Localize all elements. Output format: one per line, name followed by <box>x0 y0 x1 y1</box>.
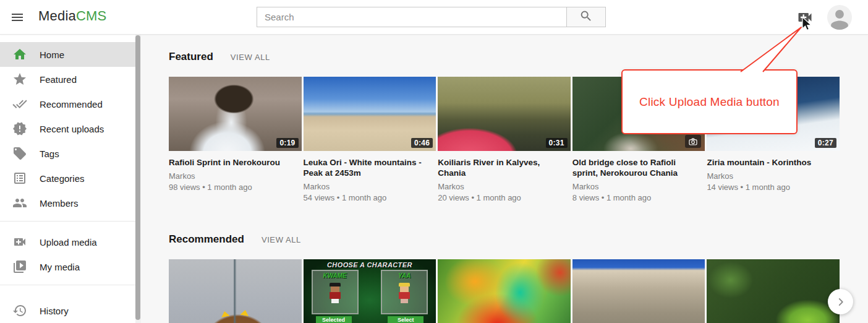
sidebar-scrollbar-thumb[interactable] <box>135 35 140 320</box>
sidebar-divider <box>0 221 135 222</box>
media-card[interactable]: CHOOSE A CHARACTER KWAME YAA <box>304 259 436 323</box>
media-author[interactable]: Markos <box>169 171 302 181</box>
sidebar-item-label: Recommended <box>40 99 103 110</box>
video-upload-icon <box>12 235 27 249</box>
game-character-sprite <box>330 283 341 303</box>
media-card[interactable] <box>572 259 705 323</box>
media-meta: 98 views • 1 month ago <box>169 183 302 192</box>
user-avatar[interactable] <box>827 5 852 30</box>
view-all-link[interactable]: VIEW ALL <box>262 235 301 244</box>
media-title[interactable]: Koiliaris River in Kalyves, Chania <box>438 157 571 178</box>
game-character-name: YAA <box>382 272 427 279</box>
tooltip-text: Click Upload Media button <box>639 95 780 109</box>
media-card[interactable] <box>438 259 571 323</box>
pumpkin-eye <box>220 311 230 318</box>
media-title[interactable]: Old bridge close to Rafioli sprint, Nero… <box>572 157 705 178</box>
camera-icon <box>685 135 701 148</box>
media-title[interactable]: Ziria mountain - Korinthos <box>707 157 840 168</box>
section-title: Featured <box>169 51 213 63</box>
new-releases-icon <box>12 121 27 136</box>
duration-badge: 0:19 <box>276 138 298 148</box>
sidebar-item-members[interactable]: Members <box>0 191 135 215</box>
sidebar-item-my-media[interactable]: My media <box>0 254 135 279</box>
tour-tooltip: Click Upload Media button <box>621 69 798 134</box>
media-author[interactable]: Markos <box>572 182 705 191</box>
view-all-link[interactable]: VIEW ALL <box>231 53 270 62</box>
video-thumbnail[interactable] <box>438 259 571 323</box>
sidebar-item-upload-media[interactable]: Upload media <box>0 230 135 254</box>
sidebar-item-label: Members <box>40 198 79 209</box>
star-icon <box>12 72 27 87</box>
logo-part-media: Media <box>38 8 76 24</box>
search-button[interactable] <box>567 7 606 27</box>
sidebar-item-recent-uploads[interactable]: Recent uploads <box>0 116 135 141</box>
video-thumbnail[interactable]: CHOOSE A CHARACTER KWAME YAA <box>304 259 436 323</box>
recommended-cards-row: CHOOSE A CHARACTER KWAME YAA <box>169 259 840 323</box>
media-card[interactable]: 0:31 Koiliaris River in Kalyves, Chania … <box>438 77 571 202</box>
video-thumbnail[interactable]: 0:31 <box>438 77 571 151</box>
mediacms-logo[interactable]: MediaCMS <box>38 8 106 24</box>
sidebar-item-categories[interactable]: Categories <box>0 166 135 191</box>
video-thumbnail[interactable] <box>572 259 705 323</box>
pumpkin-eye <box>240 309 249 316</box>
sidebar-item-history[interactable]: History <box>0 298 135 323</box>
sidebar-item-label: My media <box>40 262 80 272</box>
recommended-section: Recommended VIEW ALL CHOOSE A CHARACTER … <box>169 233 840 323</box>
media-title[interactable]: Leuka Ori - White mountains - Peak at 24… <box>304 157 436 178</box>
search-input[interactable] <box>257 7 567 27</box>
game-heading-text: CHOOSE A CHARACTER <box>304 261 436 269</box>
media-card[interactable] <box>707 259 840 323</box>
carousel-next-button[interactable] <box>828 289 853 314</box>
sidebar-item-label: Featured <box>40 74 77 85</box>
sidebar-scrollbar-track[interactable] <box>135 35 141 323</box>
media-title[interactable]: Rafioli Sprint in Nerokourou <box>169 157 302 168</box>
sidebar-item-label: Home <box>40 50 64 60</box>
video-thumbnail[interactable] <box>707 259 840 323</box>
categories-icon <box>12 171 27 186</box>
hamburger-menu-icon[interactable] <box>9 10 26 25</box>
game-character-panel: KWAME <box>312 270 359 314</box>
sidebar-item-label: Tags <box>40 149 59 159</box>
section-title: Recommended <box>169 233 244 246</box>
person-icon <box>827 5 852 30</box>
media-card[interactable]: 0:19 Rafioli Sprint in Nerokourou Markos… <box>169 77 302 202</box>
duration-badge: 0:27 <box>815 138 836 148</box>
sidebar: Home Featured Recommended Recent uploads… <box>0 35 135 323</box>
sidebar-item-label: Recent uploads <box>40 124 104 134</box>
sidebar-divider <box>0 285 135 285</box>
media-meta: 54 views • 1 month ago <box>304 193 436 202</box>
double-check-icon <box>12 97 27 111</box>
media-card[interactable] <box>169 259 302 323</box>
game-character-panel: YAA <box>381 270 428 314</box>
game-character-sprite <box>399 283 410 303</box>
video-library-icon <box>12 259 27 274</box>
chevron-right-icon <box>834 295 848 309</box>
duration-badge: 0:46 <box>411 138 433 148</box>
sidebar-item-recommended[interactable]: Recommended <box>0 92 135 116</box>
game-character-name: KWAME <box>313 272 357 279</box>
sidebar-item-label: History <box>40 306 69 316</box>
history-icon <box>12 303 27 318</box>
sidebar-item-label: Categories <box>40 173 85 184</box>
media-author[interactable]: Markos <box>438 182 571 191</box>
video-thumbnail[interactable]: 0:19 <box>169 77 302 151</box>
video-thumbnail[interactable] <box>169 259 302 323</box>
media-card[interactable]: 0:46 Leuka Ori - White mountains - Peak … <box>304 77 436 202</box>
sidebar-item-tags[interactable]: Tags <box>0 141 135 166</box>
media-author[interactable]: Markos <box>707 171 840 181</box>
media-meta: 14 views • 1 month ago <box>707 183 840 192</box>
logo-part-cms: CMS <box>76 8 107 24</box>
home-icon <box>12 47 27 62</box>
video-upload-icon <box>796 17 814 28</box>
sidebar-item-label: Upload media <box>40 237 97 248</box>
search-form <box>257 7 606 27</box>
media-author[interactable]: Markos <box>304 182 436 191</box>
sidebar-item-home[interactable]: Home <box>0 42 135 67</box>
game-select-button: Select <box>388 316 423 323</box>
sidebar-item-featured[interactable]: Featured <box>0 67 135 92</box>
upload-media-button[interactable] <box>796 9 815 26</box>
video-thumbnail[interactable]: 0:46 <box>304 77 436 151</box>
tag-icon <box>12 146 27 161</box>
top-header: MediaCMS <box>0 0 868 35</box>
game-selected-button: Selected <box>316 316 352 323</box>
